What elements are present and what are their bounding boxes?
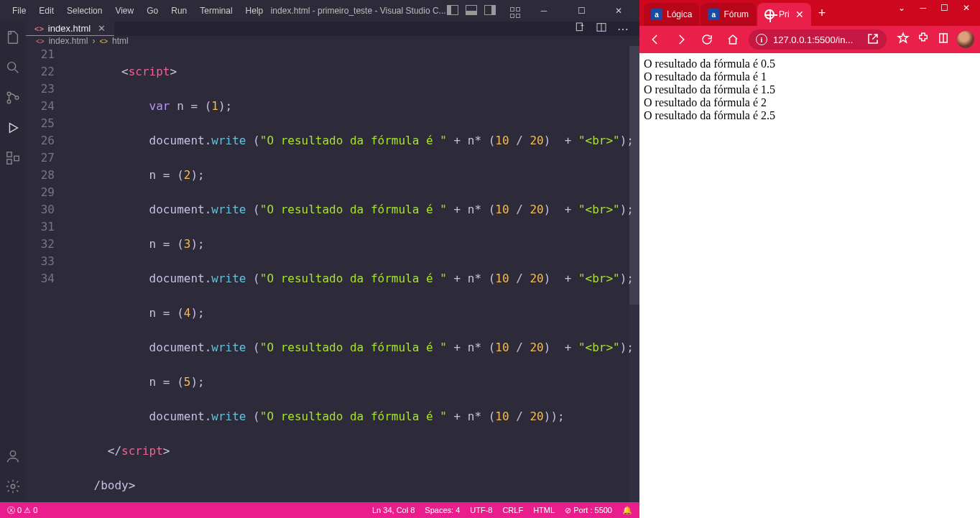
share-icon[interactable]: [866, 32, 879, 47]
back-button[interactable]: [645, 29, 665, 50]
menu-help[interactable]: Help: [239, 3, 270, 19]
layout-left-icon[interactable]: [447, 5, 458, 17]
maximize-button[interactable]: ☐: [566, 1, 596, 21]
menu-edit[interactable]: Edit: [32, 3, 60, 19]
browser-tab-2[interactable]: a Fórum: [701, 3, 756, 26]
menu-file[interactable]: File: [6, 3, 32, 19]
bookmark-star-icon[interactable]: [897, 32, 910, 47]
address-bar[interactable]: i 127.0.0.1:5500/in...: [749, 29, 887, 50]
extensions-icon[interactable]: [917, 32, 930, 47]
status-spaces[interactable]: Spaces: 4: [425, 506, 460, 514]
profile-avatar[interactable]: [957, 31, 974, 48]
debug-icon[interactable]: [4, 119, 22, 137]
minimap-thumb[interactable]: [629, 46, 639, 305]
svg-point-0: [8, 63, 16, 70]
favicon-globe-icon: [764, 9, 775, 19]
layout-grid-icon[interactable]: [510, 4, 522, 19]
menu-run[interactable]: Run: [165, 3, 193, 19]
tab-label: Fórum: [724, 9, 749, 19]
home-button[interactable]: [723, 29, 743, 50]
code-body[interactable]: <script> var n = (1); document.write ("O…: [66, 46, 639, 502]
html-file-icon: <>: [34, 24, 44, 33]
tab-label: Pri: [779, 9, 790, 19]
layout-bottom-icon[interactable]: [466, 5, 477, 17]
chevron-down-icon[interactable]: ⌄: [898, 3, 905, 13]
output-line: O resultado da fórmula é 1.5: [644, 83, 976, 96]
symbol-icon: <>: [99, 37, 108, 45]
activity-bar: [0, 22, 26, 502]
explorer-icon[interactable]: [4, 29, 22, 46]
html-file-icon: <>: [36, 37, 45, 45]
browser-tab-3[interactable]: Pri ✕: [757, 3, 811, 26]
toolbar-right: [892, 31, 974, 48]
main-row: <> index.html ✕ ⋯ <> index.html › <> htm…: [0, 22, 639, 502]
svg-point-1: [7, 92, 11, 96]
svg-point-8: [11, 484, 15, 489]
editor-tab-actions: ⋯: [574, 22, 639, 36]
window-title: index.html - primeiro_teste - Visual Stu…: [269, 6, 447, 16]
reload-button[interactable]: [697, 29, 717, 50]
close-button[interactable]: ✕: [963, 3, 970, 13]
new-file-icon[interactable]: [574, 22, 586, 36]
browser-tab-1[interactable]: a Lógica: [644, 3, 699, 26]
forward-button[interactable]: [671, 29, 691, 50]
window-controls: ⌄ ─ ☐ ✕: [898, 0, 980, 13]
site-info-icon[interactable]: i: [756, 34, 767, 45]
settings-icon[interactable]: [4, 478, 22, 495]
url-text: 127.0.0.1:5500/in...: [773, 34, 853, 45]
svg-point-7: [10, 451, 15, 456]
tab-label: Lógica: [667, 9, 692, 19]
menu-go[interactable]: Go: [140, 3, 165, 19]
reading-list-icon[interactable]: [937, 32, 950, 47]
browser-toolbar: i 127.0.0.1:5500/in...: [639, 26, 980, 53]
page-content: O resultado da fórmula é 0.5 O resultado…: [639, 53, 980, 518]
code-editor[interactable]: 2122232425262728293031323334 <script> va…: [26, 46, 639, 502]
status-eol[interactable]: CRLF: [502, 506, 523, 514]
search-icon[interactable]: [4, 59, 22, 76]
titlebar-icons: ─ ☐ ✕: [447, 1, 639, 21]
menu-bar: File Edit Selection View Go Run Terminal…: [0, 3, 269, 19]
tab-close-icon[interactable]: ✕: [795, 9, 804, 20]
browser-window: a Lógica a Fórum Pri ✕ + ⌄ ─ ☐ ✕ i 127.0…: [639, 0, 980, 518]
svg-point-2: [7, 100, 11, 103]
status-language[interactable]: HTML: [533, 506, 555, 514]
svg-rect-9: [576, 23, 582, 31]
menu-selection[interactable]: Selection: [60, 3, 108, 19]
browser-tab-strip: a Lógica a Fórum Pri ✕ + ⌄ ─ ☐ ✕: [639, 0, 980, 26]
svg-rect-4: [7, 152, 11, 157]
extensions-icon[interactable]: [4, 149, 22, 167]
maximize-button[interactable]: ☐: [940, 3, 948, 13]
menu-view[interactable]: View: [108, 3, 140, 19]
output-line: O resultado da fórmula é 1: [644, 70, 976, 83]
new-tab-button[interactable]: +: [811, 6, 833, 21]
tab-close-icon[interactable]: ✕: [98, 23, 106, 34]
accounts-icon[interactable]: [4, 448, 22, 465]
status-encoding[interactable]: UTF-8: [470, 506, 492, 514]
more-actions-icon[interactable]: ⋯: [617, 22, 629, 36]
menu-terminal[interactable]: Terminal: [193, 3, 239, 19]
favicon-a-icon: a: [651, 9, 662, 20]
editor-tab-index[interactable]: <> index.html ✕: [26, 22, 114, 36]
close-button[interactable]: ✕: [604, 1, 634, 21]
layout-right-icon[interactable]: [484, 5, 496, 17]
status-ln-col[interactable]: Ln 34, Col 8: [372, 506, 415, 514]
tab-label: index.html: [48, 23, 91, 34]
status-bell-icon[interactable]: 🔔: [622, 506, 632, 515]
minimize-button[interactable]: ─: [920, 3, 926, 13]
output-line: O resultado da fórmula é 0.5: [644, 57, 976, 70]
breadcrumb-symbol: html: [112, 36, 129, 46]
vscode-window: File Edit Selection View Go Run Terminal…: [0, 0, 639, 518]
split-editor-icon[interactable]: [596, 22, 607, 36]
editor-tab-row: <> index.html ✕ ⋯: [26, 22, 639, 36]
source-control-icon[interactable]: [4, 89, 22, 106]
breadcrumb[interactable]: <> index.html › <> html: [26, 36, 639, 46]
output-line: O resultado da fórmula é 2.5: [644, 109, 976, 122]
status-port[interactable]: ⊘ Port : 5500: [565, 506, 612, 515]
line-gutter: 2122232425262728293031323334: [26, 46, 66, 502]
breadcrumb-file: index.html: [49, 36, 88, 46]
status-bar: ⓧ 0 ⚠ 0 Ln 34, Col 8 Spaces: 4 UTF-8 CRL…: [0, 502, 639, 518]
svg-rect-5: [7, 159, 11, 164]
status-errors[interactable]: ⓧ 0 ⚠ 0: [7, 505, 37, 516]
minimap[interactable]: [629, 46, 639, 502]
minimize-button[interactable]: ─: [529, 1, 559, 21]
